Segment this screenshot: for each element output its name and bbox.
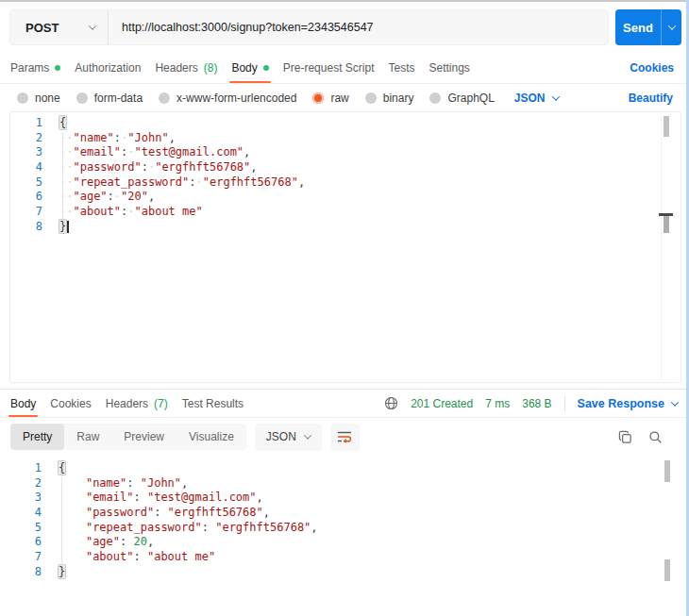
code-line: 5··"repeat_password":·"ergfhft56768", — [10, 175, 681, 191]
window-top-border — [0, 0, 689, 2]
chevron-down-icon — [671, 398, 679, 406]
indent-guide — [61, 476, 62, 566]
tab-label: Cookies — [50, 397, 91, 410]
code-line: 8} — [10, 220, 681, 235]
code-line: 8} — [9, 565, 681, 580]
response-toolbar-icons — [618, 430, 663, 444]
code-line: 7 "about": "about me" — [9, 550, 681, 565]
green-dot-icon — [263, 65, 269, 71]
mode-label: form-data — [94, 92, 143, 105]
response-tab-headers[interactable]: Headers(7) — [106, 390, 168, 417]
copy-icon[interactable] — [618, 430, 632, 444]
response-body-editor[interactable]: 1{2 "name": "John",3 "email": "test@gmai… — [9, 458, 681, 590]
tab-label: Body — [231, 61, 257, 75]
scrollbar-thumb[interactable] — [664, 460, 670, 482]
code-line: 1{ — [9, 461, 681, 476]
cookies-link[interactable]: Cookies — [630, 61, 674, 75]
beautify-link[interactable]: Beautify — [629, 92, 673, 105]
line-number: 3 — [10, 145, 42, 160]
mode-label: raw — [330, 92, 348, 105]
radio-icon — [312, 92, 324, 104]
tab-label: Tests — [388, 61, 414, 75]
send-button-group: Send — [615, 9, 681, 45]
wrap-lines-button[interactable] — [330, 424, 360, 451]
method-label: POST — [25, 21, 59, 35]
radio-icon — [429, 92, 441, 104]
request-body-editor[interactable]: 1{2··"name":·"John",3··"email":·"test@gm… — [9, 111, 681, 383]
chevron-down-icon — [304, 431, 311, 439]
view-mode-visualize[interactable]: Visualize — [176, 424, 246, 450]
body-mode-row: noneform-datax-www-form-urlencodedrawbin… — [0, 84, 689, 111]
response-view-segmented: PrettyRawPreviewVisualize — [10, 424, 246, 450]
response-tab-body[interactable]: Body — [10, 390, 36, 417]
tab-count: (8) — [204, 61, 218, 75]
response-size: 368 B — [522, 397, 551, 410]
body-mode-x-www-form-urlencoded[interactable]: x-www-form-urlencoded — [159, 92, 296, 105]
body-mode-raw[interactable]: raw — [312, 92, 348, 105]
mode-label: x-www-form-urlencoded — [176, 92, 296, 105]
code-line: 1{ — [10, 116, 681, 131]
status-badge: 201 Created — [411, 397, 473, 410]
method-selector[interactable]: POST — [10, 10, 109, 44]
view-mode-pretty[interactable]: Pretty — [10, 424, 64, 450]
response-language-select[interactable]: JSON — [255, 424, 322, 451]
body-mode-form-data[interactable]: form-data — [76, 92, 143, 105]
tab-label: Settings — [429, 61, 470, 75]
line-number: 7 — [10, 205, 42, 220]
request-tab-settings[interactable]: Settings — [429, 52, 470, 83]
code-line: 4 "password": "ergfhft56768", — [9, 506, 681, 521]
request-tab-body[interactable]: Body — [231, 52, 268, 83]
divider — [564, 396, 565, 411]
send-button[interactable]: Send — [615, 9, 661, 45]
indent-guide — [62, 132, 63, 221]
url-box: POST http://localhost:3000/signup?token=… — [9, 9, 609, 45]
mode-label: none — [35, 92, 60, 105]
request-url-bar: POST http://localhost:3000/signup?token=… — [9, 9, 681, 45]
response-tab-cookies[interactable]: Cookies — [50, 390, 91, 417]
scrollbar-thumb[interactable] — [664, 116, 669, 137]
code-line: 3··"email":·"test@gmail.com", — [10, 145, 681, 160]
line-number: 2 — [10, 131, 42, 146]
body-language-label: JSON — [514, 92, 546, 105]
response-time: 7 ms — [485, 397, 510, 410]
send-options-button[interactable] — [661, 9, 681, 45]
url-input[interactable]: http://localhost:3000/signup?token=23435… — [109, 21, 374, 34]
request-tab-pre-request-script[interactable]: Pre-request Script — [283, 52, 375, 83]
line-number: 3 — [9, 491, 42, 506]
code-line: 7··"about":·"about me" — [10, 205, 681, 220]
request-tab-authorization[interactable]: Authorization — [75, 52, 141, 83]
mode-label: binary — [383, 92, 414, 105]
response-meta: 201 Created 7 ms 368 B Save Response — [384, 390, 680, 417]
request-tab-tests[interactable]: Tests — [388, 52, 414, 83]
response-language-label: JSON — [266, 430, 296, 443]
view-mode-preview[interactable]: Preview — [111, 424, 176, 450]
request-tabs: ParamsAuthorizationHeaders(8)BodyPre-req… — [0, 52, 689, 84]
view-mode-raw[interactable]: Raw — [64, 424, 111, 450]
chevron-down-icon — [89, 22, 96, 29]
body-language-select[interactable]: JSON — [514, 92, 559, 105]
request-tab-params[interactable]: Params — [10, 52, 60, 83]
network-globe-icon[interactable] — [384, 396, 398, 410]
chevron-down-icon — [667, 22, 675, 29]
tab-count: (7) — [154, 397, 168, 410]
search-icon[interactable] — [648, 430, 663, 444]
scrollbar-thumb[interactable] — [664, 559, 670, 581]
body-mode-none[interactable]: none — [17, 92, 60, 105]
chevron-down-icon — [551, 92, 559, 100]
scrollbar-thumb[interactable] — [664, 216, 669, 233]
line-number: 8 — [9, 565, 42, 580]
mode-label: GraphQL — [447, 92, 494, 105]
tab-label: Test Results — [182, 397, 244, 410]
response-view-row: PrettyRawPreviewVisualize JSON — [0, 418, 689, 456]
code-line: 4··"password":·"ergfhft56768", — [10, 160, 681, 175]
body-mode-binary[interactable]: binary — [365, 92, 414, 105]
body-mode-graphql[interactable]: GraphQL — [429, 92, 494, 105]
line-number: 4 — [10, 160, 42, 175]
green-dot-icon — [55, 65, 60, 71]
code-line: 5 "repeat_password": "ergfhft56768", — [9, 521, 681, 536]
request-tab-headers[interactable]: Headers(8) — [155, 52, 217, 83]
response-tab-test-results[interactable]: Test Results — [182, 390, 244, 417]
tab-label: Authorization — [75, 61, 141, 75]
save-response-button[interactable]: Save Response — [578, 397, 678, 410]
tab-label: Params — [10, 61, 49, 75]
